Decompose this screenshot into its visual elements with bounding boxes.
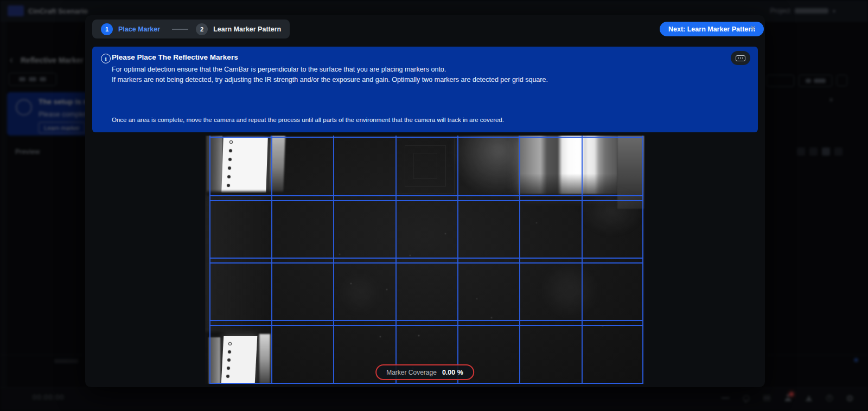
camera-feed: Marker Coverage 0.00 % xyxy=(205,136,644,384)
grid-row xyxy=(209,137,643,196)
close-icon[interactable]: × xyxy=(747,22,759,34)
step-2-indicator[interactable]: 2 xyxy=(196,23,208,35)
step-1-label[interactable]: Place Marker xyxy=(118,25,160,33)
keyboard-icon xyxy=(736,55,745,61)
banner-line-3: Once an area is complete, move the camer… xyxy=(112,117,504,123)
feed-dust-specks xyxy=(205,136,206,137)
banner-line-1: For optimal detection ensure that the Ca… xyxy=(112,66,446,73)
banner-title: Please Place The Reflective Markers xyxy=(112,53,238,61)
screen: CinCraft Scenario Project ▾ ‹ Reflective… xyxy=(0,0,868,411)
keyboard-shortcuts-button[interactable] xyxy=(731,51,750,65)
marker-coverage-label: Marker Coverage xyxy=(386,369,437,376)
marker-setup-modal: 1 Place Marker 2 Learn Marker Pattern Ne… xyxy=(85,15,765,387)
instruction-banner: Please Place The Reflective Markers For … xyxy=(92,47,758,132)
stepper-connector xyxy=(172,29,188,30)
step-1-indicator[interactable]: 1 xyxy=(101,23,113,35)
grid-row xyxy=(209,262,643,321)
marker-coverage-value: 0.00 % xyxy=(442,369,463,376)
step-2-label[interactable]: Learn Marker Pattern xyxy=(213,25,281,33)
marker-coverage-badge: Marker Coverage 0.00 % xyxy=(375,364,474,380)
grid-row xyxy=(209,200,643,259)
wizard-stepper: 1 Place Marker 2 Learn Marker Pattern xyxy=(92,20,290,38)
banner-line-2: If markers are not being detected, try a… xyxy=(112,76,548,84)
info-icon xyxy=(101,54,111,63)
